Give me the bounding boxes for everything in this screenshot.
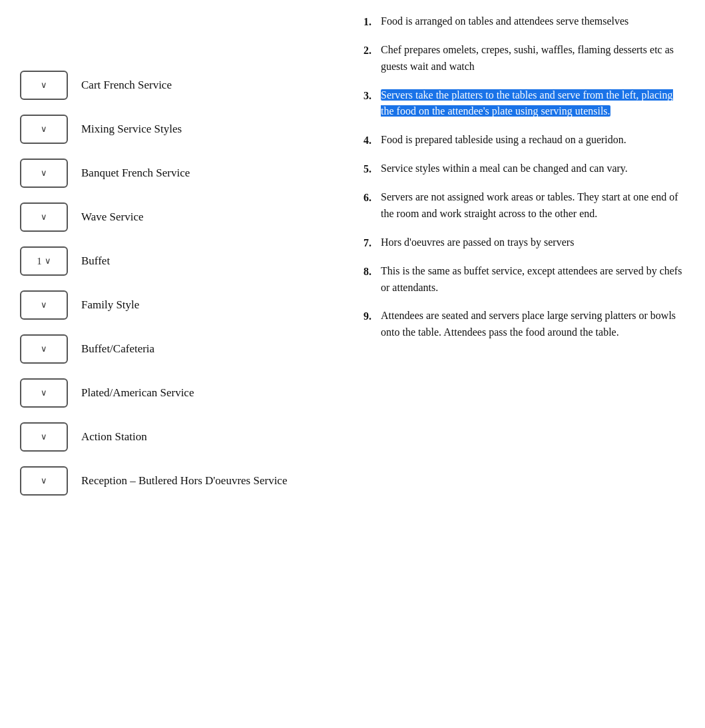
left-column: ∨Cart French Service∨Mixing Service Styl…: [20, 13, 340, 715]
list-number: 7.: [353, 234, 371, 251]
highlighted-text: Servers take the platters to the tables …: [381, 89, 673, 117]
list-number: 6.: [353, 189, 371, 206]
item-label-family-style: Family Style: [81, 296, 139, 314]
dropdown-action-station[interactable]: ∨: [20, 422, 68, 452]
chevron-down-icon: ∨: [45, 254, 51, 268]
list-item-6: 6.Servers are not assigned work areas or…: [353, 189, 685, 222]
dropdown-banquet-french[interactable]: ∨: [20, 159, 68, 188]
chevron-down-icon: ∨: [41, 342, 47, 356]
item-label-cart-french: Cart French Service: [81, 77, 172, 94]
right-list: 1.Food is arranged on tables and attende…: [353, 13, 685, 341]
dropdown-wave-service[interactable]: ∨: [20, 202, 68, 232]
item-label-banquet-french: Banquet French Service: [81, 165, 190, 182]
chevron-down-icon: ∨: [41, 430, 47, 444]
list-description: Chef prepares omelets, crepes, sushi, wa…: [381, 42, 685, 75]
list-description: Attendees are seated and servers place l…: [381, 308, 685, 341]
list-number: 9.: [353, 308, 371, 324]
list-description: Servers are not assigned work areas or t…: [381, 189, 685, 222]
left-item-family-style: ∨Family Style: [20, 286, 326, 324]
list-description: Food is arranged on tables and attendees…: [381, 13, 628, 30]
dropdown-buffet[interactable]: 1∨: [20, 246, 68, 276]
item-label-reception-butlered: Reception – Butlered Hors D'oeuvres Serv…: [81, 472, 287, 490]
item-label-buffet-cafeteria: Buffet/Cafeteria: [81, 340, 154, 358]
list-number: 8.: [353, 263, 371, 280]
left-item-wave-service: ∨Wave Service: [20, 198, 326, 236]
list-number: 4.: [353, 132, 371, 149]
dropdown-value: 1: [37, 254, 42, 269]
chevron-down-icon: ∨: [41, 210, 47, 224]
list-item-2: 2.Chef prepares omelets, crepes, sushi, …: [353, 42, 685, 75]
list-item-8: 8.This is the same as buffet service, ex…: [353, 263, 685, 296]
list-description: Hors d'oeuvres are passed on trays by se…: [381, 234, 574, 251]
list-item-9: 9.Attendees are seated and servers place…: [353, 308, 685, 341]
dropdown-buffet-cafeteria[interactable]: ∨: [20, 334, 68, 364]
left-item-action-station: ∨Action Station: [20, 418, 326, 456]
left-item-buffet: 1∨Buffet: [20, 242, 326, 280]
item-label-buffet: Buffet: [81, 252, 110, 270]
list-description: Service styles within a meal can be chan…: [381, 161, 628, 177]
left-item-plated-american: ∨Plated/American Service: [20, 374, 326, 412]
dropdown-family-style[interactable]: ∨: [20, 290, 68, 320]
list-item-3: 3.Servers take the platters to the table…: [353, 87, 685, 121]
chevron-down-icon: ∨: [41, 167, 47, 180]
item-label-plated-american: Plated/American Service: [81, 384, 194, 402]
chevron-down-icon: ∨: [41, 298, 47, 312]
left-item-banquet-french: ∨Banquet French Service: [20, 155, 326, 192]
list-item-1: 1.Food is arranged on tables and attende…: [353, 13, 685, 30]
list-item-5: 5.Service styles within a meal can be ch…: [353, 161, 685, 177]
list-item-7: 7.Hors d'oeuvres are passed on trays by …: [353, 234, 685, 251]
chevron-down-icon: ∨: [41, 79, 47, 92]
chevron-down-icon: ∨: [41, 474, 47, 488]
list-description: Food is prepared tableside using a recha…: [381, 132, 626, 149]
list-item-4: 4.Food is prepared tableside using a rec…: [353, 132, 685, 149]
item-label-action-station: Action Station: [81, 428, 147, 446]
chevron-down-icon: ∨: [41, 123, 47, 136]
dropdown-mixing-service[interactable]: ∨: [20, 115, 68, 144]
page-container: ∨Cart French Service∨Mixing Service Styl…: [0, 0, 705, 728]
list-number: 5.: [353, 161, 371, 177]
left-item-cart-french: ∨Cart French Service: [20, 67, 326, 104]
list-description: This is the same as buffet service, exce…: [381, 263, 685, 296]
chevron-down-icon: ∨: [41, 386, 47, 400]
left-item-buffet-cafeteria: ∨Buffet/Cafeteria: [20, 330, 326, 368]
dropdown-plated-american[interactable]: ∨: [20, 378, 68, 408]
left-item-reception-butlered: ∨Reception – Butlered Hors D'oeuvres Ser…: [20, 462, 326, 500]
dropdown-cart-french[interactable]: ∨: [20, 71, 68, 100]
item-label-wave-service: Wave Service: [81, 208, 144, 226]
list-number: 1.: [353, 13, 371, 30]
list-number: 3.: [353, 87, 371, 104]
item-label-mixing-service: Mixing Service Styles: [81, 121, 182, 138]
left-item-mixing-service: ∨Mixing Service Styles: [20, 111, 326, 148]
right-column: 1.Food is arranged on tables and attende…: [340, 13, 685, 715]
dropdown-reception-butlered[interactable]: ∨: [20, 466, 68, 496]
list-description: Servers take the platters to the tables …: [381, 87, 685, 121]
list-number: 2.: [353, 42, 371, 59]
